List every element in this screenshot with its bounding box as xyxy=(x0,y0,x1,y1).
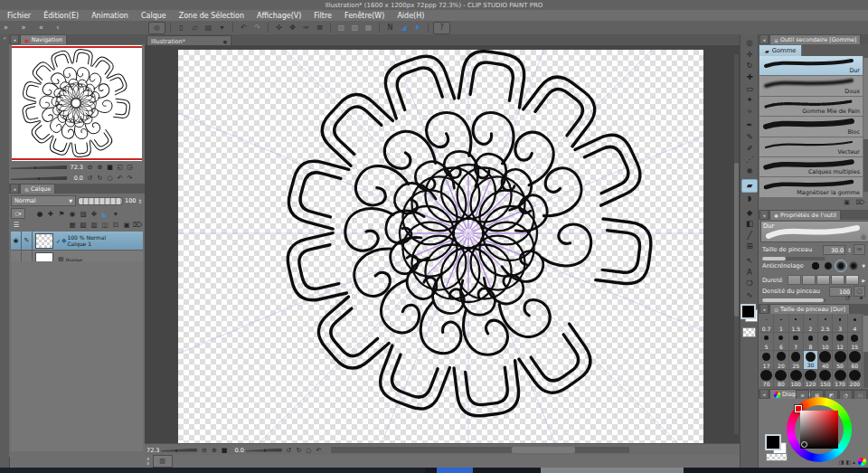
menu-aideh[interactable]: Aide(H) xyxy=(397,12,424,20)
opacity-stepper[interactable]: ⇕ xyxy=(137,198,142,204)
help-button[interactable]: ? xyxy=(433,22,450,34)
invert-selection-button[interactable]: ✥ xyxy=(287,23,298,33)
material-palette-button[interactable]: ▥ xyxy=(153,455,173,468)
transform-button[interactable]: ⊠ xyxy=(314,23,326,33)
blend-extra-icon[interactable]: ● xyxy=(34,209,45,219)
selection-tool[interactable]: ▭ xyxy=(742,82,757,94)
brush-size-6[interactable]: 6 xyxy=(774,333,788,352)
menu-calque[interactable]: Calque xyxy=(141,12,166,20)
new-canvas-button[interactable]: ▯ xyxy=(175,23,187,33)
subtool-item-bloc[interactable]: Bloc xyxy=(760,117,863,137)
fit-window-icon[interactable]: ◱ xyxy=(115,163,125,172)
rotate-cw-icon[interactable]: ↻ xyxy=(294,446,304,455)
antialias-medium[interactable] xyxy=(836,261,845,270)
brush-size-4[interactable]: 4 xyxy=(848,314,863,333)
rotation-slider[interactable] xyxy=(11,176,67,180)
magnifier-icon[interactable]: ◎ xyxy=(861,233,866,241)
brush-size-30[interactable]: 30 xyxy=(804,351,818,370)
status-zoom-handle[interactable] xyxy=(175,446,177,454)
brush-size-17[interactable]: 17 xyxy=(760,351,774,370)
blend-tool[interactable]: ◗ xyxy=(742,193,757,204)
layer-color-icon[interactable]: ▾ xyxy=(110,209,121,219)
canvas-horizontal-scrollbar[interactable] xyxy=(331,447,629,453)
foreground-color-swatch[interactable] xyxy=(766,435,780,449)
subtool-scrollbar[interactable] xyxy=(863,56,868,192)
status-expand-icons[interactable]: ∧∨ xyxy=(146,457,150,466)
brush-size-slider[interactable] xyxy=(762,257,826,260)
brush-size-0.7[interactable]: 0.7 xyxy=(760,314,774,333)
fit-screen-icon[interactable]: ◲ xyxy=(125,163,135,172)
palette-collapse-icons[interactable]: » » « ‹ xyxy=(0,24,148,32)
flip-horizontal-icon[interactable]: ↶ xyxy=(115,174,125,183)
figure-tool[interactable]: ╱ xyxy=(742,230,757,241)
hand-tool[interactable]: ✛ xyxy=(742,49,757,61)
hardness-level-1[interactable] xyxy=(788,275,801,285)
snap-line-button[interactable]: ◢ xyxy=(398,23,410,33)
new-vector-layer-icon[interactable]: ▧ xyxy=(78,220,89,230)
layer-row-calque-1[interactable]: ◉✎✓◆100 % NormalCalque 1 xyxy=(11,232,143,251)
collapse-panel-icon[interactable]: ◂ xyxy=(10,184,19,194)
layer-filter-select[interactable]: ▢▾ xyxy=(11,208,25,219)
pin-icon[interactable]: ✚ xyxy=(45,209,56,219)
collapse-panel-icon[interactable]: ◂ xyxy=(10,34,19,44)
brush-size-1[interactable]: 1 xyxy=(774,314,788,333)
tab-tool-properties[interactable]: ✱ Propriétés de l'outil xyxy=(769,210,841,220)
brush-size-2[interactable]: 2 xyxy=(804,314,818,333)
flip-vertical-icon[interactable]: ↷ xyxy=(125,174,135,183)
brush-size-120[interactable]: 120 xyxy=(804,370,818,389)
tab-layers[interactable]: ≋ Calque xyxy=(20,184,55,194)
register-tool-icon[interactable]: ✦ xyxy=(856,294,866,303)
eyedropper-tool[interactable]: ✧ xyxy=(742,106,757,118)
chevron-down-icon[interactable]: ▼ xyxy=(862,263,865,269)
menu-fichier[interactable]: Fichier xyxy=(7,12,31,20)
quick-mask-button[interactable]: ✑ xyxy=(300,23,312,33)
subtool-item-dur[interactable]: Dur xyxy=(760,56,863,76)
antialias-strong[interactable] xyxy=(849,261,858,270)
collapse-panel-icon[interactable]: ◂ xyxy=(760,304,769,314)
brush-size-7[interactable]: 7 xyxy=(789,333,804,352)
transparent-color-swatch[interactable] xyxy=(766,453,788,461)
brush-size-10[interactable]: 10 xyxy=(818,333,833,352)
layer-menu-icon[interactable]: ☰ xyxy=(11,220,22,230)
subtool-item-gomme-mie-de-pain[interactable]: Gomme Mie de Pain xyxy=(760,97,863,117)
fill-tool[interactable]: ◆ xyxy=(742,206,757,218)
pen-tool[interactable]: ✒ xyxy=(742,119,757,131)
brush-size-50[interactable]: 50 xyxy=(833,351,847,370)
menu-animation[interactable]: Animation xyxy=(91,12,128,20)
hardness-level-2[interactable] xyxy=(802,275,816,285)
auto-select-tool[interactable]: ✦ xyxy=(742,94,757,106)
pencil-tool[interactable]: ✎ xyxy=(742,131,757,143)
brush-size-2.5[interactable]: 2.5 xyxy=(818,314,833,333)
color-mode-icons[interactable]: ◨ ◧ ▴ xyxy=(839,459,855,465)
menu-filtre[interactable]: Filtre xyxy=(314,12,332,20)
brush-size-3[interactable]: 3 xyxy=(833,314,847,333)
draft-icon[interactable]: ✥ xyxy=(89,209,99,219)
foreground-color-swatch[interactable] xyxy=(741,305,755,318)
collapse-panel-icon[interactable]: ◂ xyxy=(760,389,769,399)
subtool-item-doux[interactable]: Doux xyxy=(760,76,863,96)
size-scrollbar[interactable] xyxy=(863,314,868,388)
canvas-document[interactable] xyxy=(178,50,703,443)
brush-size-stepper[interactable]: ⇕ xyxy=(847,247,852,253)
brush-size-5[interactable]: 5 xyxy=(760,333,774,352)
rotate-ccw-icon[interactable]: ↺ xyxy=(284,446,294,455)
operation-tool[interactable]: ↖ xyxy=(742,255,757,267)
density-slider[interactable] xyxy=(762,298,826,302)
delete-layer-icon[interactable]: ⌦ xyxy=(132,220,143,230)
text-tool[interactable]: A xyxy=(742,266,757,278)
brush-size-25[interactable]: 25 xyxy=(789,351,804,370)
reset-rotation-icon[interactable]: ○ xyxy=(304,446,314,455)
pen-pressure-icon[interactable]: ✑ xyxy=(854,244,865,255)
subtool-group-tab[interactable]: ▰ Gomme xyxy=(759,44,802,56)
color-mixing-ball-icon[interactable] xyxy=(858,458,866,466)
airbrush-tool[interactable]: ⋰ xyxy=(742,154,757,166)
reference-icon[interactable]: ⚑ xyxy=(56,209,67,219)
antialias-none[interactable] xyxy=(811,261,820,270)
new-folder-icon[interactable]: ▥ xyxy=(89,220,99,230)
status-rotation-slider[interactable] xyxy=(246,449,282,452)
brush-size-12[interactable]: 12 xyxy=(833,333,847,352)
brush-size-80[interactable]: 80 xyxy=(774,370,788,389)
new-subtool-icon[interactable]: ▣ xyxy=(842,198,852,207)
merge-layer-icon[interactable]: ⊡ xyxy=(110,220,121,230)
layer-opacity-slider[interactable] xyxy=(78,197,123,205)
